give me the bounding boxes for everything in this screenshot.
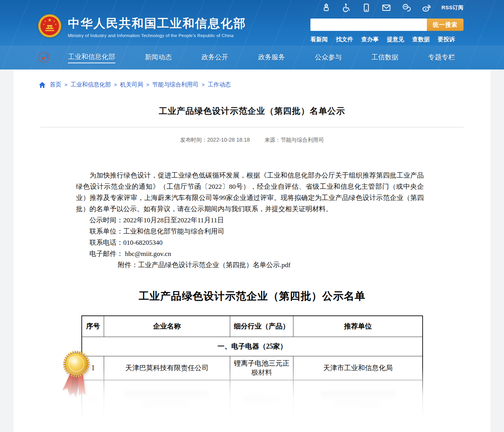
nav-item-participation[interactable]: 公众参与 [315, 53, 342, 63]
main-nav: e 工业和信息化部 新闻动态 政务公开 政务服务 公众参与 工信数据 专题专栏 [0, 46, 504, 69]
info-line-email: 电子邮件： hbc@miit.gov.cn [76, 248, 424, 259]
article-source: 来源：节能与综合利用司 [265, 137, 324, 143]
nav-item-miit[interactable]: 工业和信息化部 [68, 52, 115, 63]
list-title: 工业产品绿色设计示范企业（第四批）公示名单 [13, 289, 491, 303]
home-icon[interactable] [39, 81, 46, 88]
title-divider [40, 127, 464, 127]
mascot-robot-icon[interactable] [321, 3, 331, 13]
site-subtitle-en: Ministry of Industry and Information Tec… [68, 33, 246, 38]
quick-link-files[interactable]: 找文件 [336, 36, 353, 43]
miit-e-logo-icon: e [38, 51, 50, 64]
nav-item-gov-service[interactable]: 政务服务 [258, 53, 285, 63]
brand: ★ ★ ★ ★ ★ 中华人民共和国工业和信息化部 Ministry of Ind… [38, 15, 246, 38]
breadcrumb-home[interactable]: 首页 [50, 81, 61, 88]
brand-text: 中华人民共和国工业和信息化部 Ministry of Industry and … [68, 15, 246, 38]
info-line-period: 公示时间：2022年10月28日至2022年11月11日 [76, 215, 424, 226]
attachment-line: 附件：工业产品绿色设计示范企业（第四批）名单公示.pdf [76, 259, 424, 271]
svg-text:★: ★ [44, 20, 46, 22]
header-cell-no: 序号 [82, 316, 104, 337]
nav-item-special[interactable]: 专题专栏 [428, 53, 455, 63]
table-section-row: 一、电子电器（25家） [82, 337, 423, 356]
mail-icon[interactable] [381, 3, 391, 13]
nav-item-data[interactable]: 工信数据 [371, 53, 398, 63]
header-cell-company: 企业名称 [104, 316, 230, 337]
breadcrumb: 首页 > 工业和信息化部 > 机关司局 > 节能与综合利用司 > 工作动态 [13, 69, 491, 88]
page: RSS订阅 ★ ★ ★ ★ ★ [0, 0, 504, 432]
svg-text:e: e [42, 54, 45, 62]
main-content: 首页 > 工业和信息化部 > 机关司局 > 节能与综合利用司 > 工作动态 工业… [13, 69, 491, 432]
mobile-icon[interactable] [361, 3, 371, 13]
site-header: RSS订阅 ★ ★ ★ ★ ★ [0, 0, 504, 69]
header-main: ★ ★ ★ ★ ★ 中华人民共和国工业和信息化部 Ministry of Ind… [0, 15, 504, 46]
attachment-pdf-link[interactable]: 工业产品绿色设计示范企业（第四批）名单公示.pdf [138, 261, 290, 269]
breadcrumb-departments[interactable]: 机关司局 [120, 81, 143, 88]
svg-text:★: ★ [47, 17, 52, 23]
wechat-icon[interactable] [401, 3, 411, 13]
breadcrumb-separator: > [146, 82, 149, 88]
article-title: 工业产品绿色设计示范企业（第四批）名单公示 [13, 105, 491, 117]
breadcrumb-separator: > [114, 82, 117, 88]
nav-item-gov-open[interactable]: 政务公开 [201, 53, 228, 63]
weibo-icon[interactable] [421, 3, 432, 13]
header-search-area: 统一搜索 看新闻 找文件 查办事 提意见 查数据 要投诉 [310, 15, 464, 43]
accessibility-icon[interactable] [341, 3, 351, 13]
nav-item-news[interactable]: 新闻动态 [145, 53, 172, 63]
quick-link-data[interactable]: 查数据 [412, 36, 430, 43]
breadcrumb-separator: > [64, 82, 67, 88]
header-cell-industry: 细分行业（产品） [230, 316, 293, 337]
quick-links: 看新闻 找文件 查办事 提意见 查数据 要投诉 [310, 36, 464, 43]
quick-link-news[interactable]: 看新闻 [310, 36, 328, 43]
header-cell-recommender: 推荐单位 [293, 316, 423, 337]
search-input[interactable] [310, 19, 427, 31]
article-paragraph: 为加快推行绿色设计，促进工业绿色低碳循环发展，根据《工业和信息化部办公厅关于组织… [76, 170, 424, 215]
breadcrumb-work-updates[interactable]: 工作动态 [207, 81, 231, 88]
svg-text:★: ★ [55, 23, 57, 25]
breadcrumb-separator: > [202, 82, 205, 88]
quick-link-services[interactable]: 查办事 [361, 36, 379, 43]
topbar-icons: RSS订阅 [321, 3, 464, 13]
national-emblem-icon: ★ ★ ★ ★ ★ [38, 14, 62, 38]
breadcrumb-energy-dept[interactable]: 节能与综合利用司 [152, 81, 199, 88]
section-label: 一、电子电器（25家） [82, 337, 423, 356]
article-body: 为加快推行绿色设计，促进工业绿色低碳循环发展，根据《工业和信息化部办公厅关于组织… [76, 170, 424, 271]
svg-text:★: ★ [43, 23, 45, 25]
svg-text:★: ★ [53, 20, 55, 22]
quick-link-complaint[interactable]: 要投诉 [438, 36, 455, 43]
nav-items: 工业和信息化部 新闻动态 政务公开 政务服务 公众参与 工信数据 专题专栏 [68, 52, 455, 63]
info-line-phone: 联系电话：010-68205340 [76, 237, 424, 248]
quick-link-feedback[interactable]: 提意见 [387, 36, 404, 43]
unified-search-button[interactable]: 统一搜索 [427, 19, 464, 31]
bottom-fade-overlay [13, 366, 491, 432]
breadcrumb-miit[interactable]: 工业和信息化部 [71, 81, 111, 88]
attachment-label: 附件： [118, 261, 138, 269]
article-meta: 发布时间：2022-10-28 18:18 来源：节能与综合利用司 [13, 137, 491, 144]
rss-subscribe-link[interactable]: RSS订阅 [442, 4, 464, 11]
info-line-contact-unit: 联系单位：工业和信息化部节能与综合利用司 [76, 226, 424, 237]
table-header-row: 序号 企业名称 细分行业（产品） 推荐单位 [82, 316, 423, 337]
site-title: 中华人民共和国工业和信息化部 [68, 15, 246, 32]
topbar: RSS订阅 [0, 0, 504, 15]
publish-time: 发布时间：2022-10-28 18:18 [180, 137, 250, 143]
